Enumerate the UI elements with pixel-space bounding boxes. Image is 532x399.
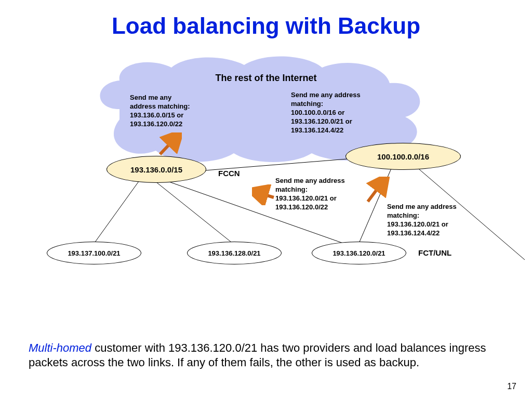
fctunl-label: FCT/UNL bbox=[418, 248, 451, 257]
body-rest: customer with 193.136.120.0/21 has two p… bbox=[29, 341, 486, 369]
svg-line-9 bbox=[256, 192, 274, 197]
cloud-right-text: Send me any address matching: 100.100.0.… bbox=[291, 91, 361, 135]
cloud-title: The rest of the Internet bbox=[0, 73, 532, 84]
child2-node: 193.136.128.0/21 bbox=[187, 242, 282, 264]
isp-left-label: 193.136.0.0/15 bbox=[130, 165, 182, 174]
arrow-up-right-icon bbox=[364, 177, 390, 205]
mid-text-right: Send me any address matching: 193.136.12… bbox=[387, 203, 457, 238]
child3-label: 193.136.120.0/21 bbox=[332, 249, 385, 257]
body-emph: Multi-homed bbox=[29, 341, 91, 354]
child3-node: 193.136.120.0/21 bbox=[312, 242, 406, 264]
isp-right-node: 100.100.0.0/16 bbox=[345, 143, 461, 170]
cloud-left-text: Send me any address matching: 193.136.0.… bbox=[130, 94, 190, 129]
child1-node: 193.137.100.0/21 bbox=[47, 242, 141, 264]
page-number: 17 bbox=[507, 382, 516, 391]
isp-left-node: 193.136.0.0/15 bbox=[107, 156, 206, 183]
svg-line-0 bbox=[94, 179, 140, 244]
isp-right-label: 100.100.0.0/16 bbox=[377, 152, 429, 161]
fccn-label: FCCN bbox=[218, 169, 240, 178]
svg-line-1 bbox=[156, 182, 234, 244]
arrow-up-left-icon bbox=[156, 132, 182, 158]
svg-line-11 bbox=[368, 181, 383, 202]
mid-text-left: Send me any address matching: 193.136.12… bbox=[275, 177, 345, 212]
child1-label: 193.137.100.0/21 bbox=[68, 249, 120, 257]
child2-label: 193.136.128.0/21 bbox=[208, 249, 260, 257]
arrow-left-icon bbox=[252, 184, 278, 205]
svg-line-7 bbox=[160, 137, 177, 154]
slide-title: Load balancing with Backup bbox=[0, 13, 532, 39]
body-text: Multi-homed customer with 193.136.120.0/… bbox=[29, 341, 503, 370]
